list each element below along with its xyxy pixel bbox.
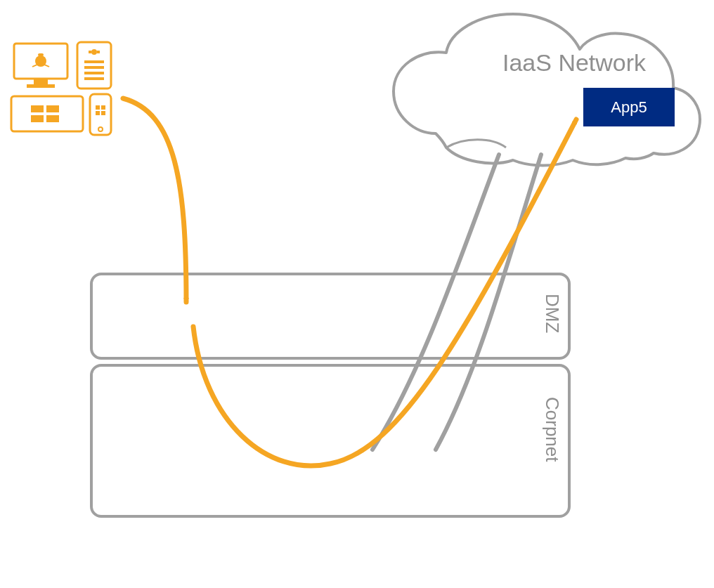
arrow-corpnet-to-cloud xyxy=(193,119,576,466)
dmz-zone xyxy=(91,274,569,358)
corpnet-label: Corpnet xyxy=(541,397,563,462)
corpnet-zone xyxy=(91,365,569,516)
dmz-label: DMZ xyxy=(541,294,563,333)
app5-box: App5 xyxy=(583,88,675,126)
arrow-devices-to-dmz xyxy=(123,98,186,302)
cloud-label: IaaS Network xyxy=(502,49,646,77)
app5-label: App5 xyxy=(611,98,647,117)
connector-gray-2 xyxy=(436,155,541,450)
